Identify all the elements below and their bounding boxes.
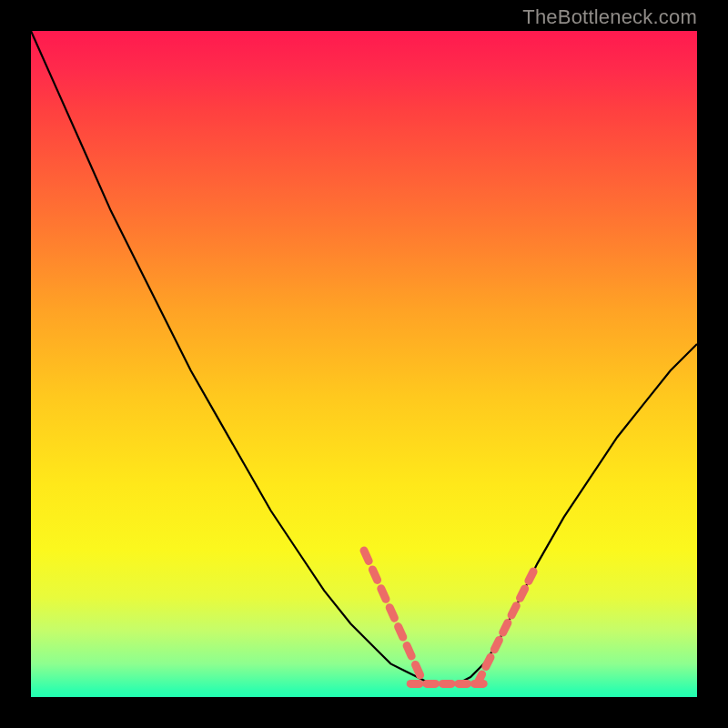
svg-line-6 bbox=[416, 664, 420, 675]
svg-line-10 bbox=[503, 623, 508, 632]
svg-line-12 bbox=[521, 589, 525, 598]
dotted-segment-right bbox=[477, 571, 533, 683]
dotted-segment-left bbox=[364, 551, 420, 675]
svg-line-3 bbox=[389, 608, 394, 619]
svg-line-0 bbox=[364, 551, 369, 561]
curve-line bbox=[31, 31, 697, 683]
svg-line-2 bbox=[381, 589, 386, 600]
attribution-label: TheBottleneck.com bbox=[522, 5, 697, 29]
svg-line-9 bbox=[494, 640, 499, 649]
svg-line-1 bbox=[372, 570, 377, 581]
plot-area bbox=[31, 31, 697, 697]
svg-line-5 bbox=[407, 646, 411, 657]
bottleneck-curve bbox=[31, 31, 697, 697]
svg-line-8 bbox=[486, 657, 490, 666]
svg-line-13 bbox=[529, 571, 533, 581]
svg-line-4 bbox=[399, 627, 403, 638]
chart-frame: TheBottleneck.com bbox=[0, 0, 728, 728]
svg-line-11 bbox=[511, 606, 516, 615]
